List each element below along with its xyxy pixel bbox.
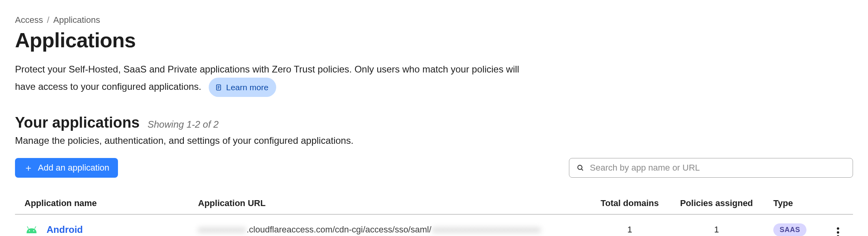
col-header-domains: Total domains	[590, 193, 669, 214]
url-visible: .cloudflareaccess.com/cdn-cgi/access/sso…	[247, 225, 431, 235]
svg-point-9	[33, 230, 34, 232]
col-header-url: Application URL	[189, 193, 590, 214]
policies-assigned-value: 1	[669, 214, 764, 236]
actions-row: ＋ Add an application	[15, 158, 853, 178]
svg-line-6	[27, 227, 28, 229]
type-badge: SAAS	[773, 223, 806, 236]
section-header: Your applications Showing 1-2 of 2	[15, 114, 853, 131]
breadcrumb-current: Applications	[53, 15, 100, 25]
application-url: xxxxxxxxxxx .cloudflareaccess.com/cdn-cg…	[198, 225, 581, 235]
svg-line-5	[582, 169, 583, 171]
page-description: Protect your Self-Hosted, SaaS and Priva…	[15, 61, 528, 97]
add-application-button[interactable]: ＋ Add an application	[15, 158, 118, 178]
table-row: Android xxxxxxxxxxx .cloudflareaccess.co…	[15, 214, 853, 236]
row-actions-menu[interactable]	[832, 227, 844, 236]
url-redacted-prefix: xxxxxxxxxxx	[198, 225, 246, 235]
applications-table: Application name Application URL Total d…	[15, 193, 853, 236]
section-showing: Showing 1-2 of 2	[148, 119, 219, 130]
svg-point-4	[578, 165, 582, 170]
learn-more-label: Learn more	[226, 80, 268, 95]
section-subtitle: Manage the policies, authentication, and…	[15, 135, 853, 146]
search-field-wrapper[interactable]	[569, 158, 853, 178]
table-header-row: Application name Application URL Total d…	[15, 193, 853, 214]
svg-line-7	[35, 227, 36, 229]
breadcrumb-separator: /	[47, 15, 49, 25]
svg-point-8	[29, 230, 30, 232]
breadcrumb: Access / Applications	[15, 15, 853, 25]
learn-more-link[interactable]: Learn more	[209, 78, 276, 97]
plus-icon: ＋	[24, 163, 33, 173]
total-domains-value: 1	[590, 214, 669, 236]
add-application-label: Add an application	[38, 163, 109, 173]
search-input[interactable]	[589, 162, 846, 173]
document-icon	[215, 84, 222, 91]
col-header-actions	[823, 193, 853, 214]
url-redacted-suffix: xxxxxxxxxxxxxxxxxxxxxxxxx	[432, 225, 541, 235]
page-title: Applications	[15, 28, 853, 52]
section-title: Your applications	[15, 114, 140, 131]
search-icon	[576, 164, 584, 172]
application-name-link[interactable]: Android	[47, 224, 83, 235]
col-header-policies: Policies assigned	[669, 193, 764, 214]
col-header-type: Type	[764, 193, 823, 214]
breadcrumb-root[interactable]: Access	[15, 15, 43, 25]
col-header-name: Application name	[15, 193, 189, 214]
android-icon	[24, 223, 39, 236]
application-name-cell: Android	[24, 223, 179, 236]
